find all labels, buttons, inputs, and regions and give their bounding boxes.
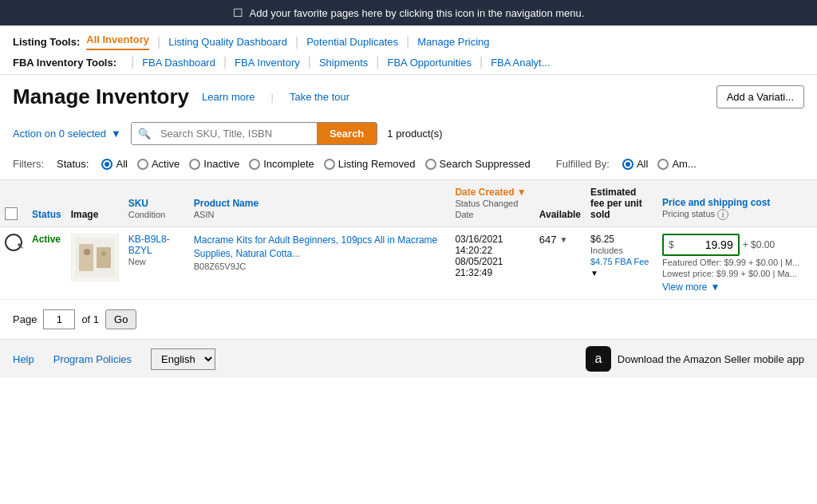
filter-incomplete[interactable]: Incomplete — [249, 158, 314, 170]
help-link[interactable]: Help — [13, 353, 34, 365]
search-input[interactable] — [157, 123, 317, 144]
lowest-price-text: Lowest price: $9.99 + $0.00 | Ma... — [662, 269, 812, 278]
view-more-chevron-icon: ▼ — [710, 282, 720, 293]
nav-divider-5: | — [223, 55, 227, 69]
td-status: Active — [27, 227, 66, 300]
page-header-left: Manage Inventory Learn more | Take the t… — [13, 85, 349, 109]
th-available: Available — [535, 180, 586, 227]
filter-active-label: Active — [152, 158, 180, 170]
th-price-sub: Pricing status i — [662, 209, 728, 219]
pricing-info-icon[interactable]: i — [717, 209, 728, 220]
page-number-input[interactable] — [43, 309, 75, 329]
th-date-sub: Status Changed Date — [455, 199, 518, 219]
nav-fba-opportunities[interactable]: FBA Opportunities — [387, 57, 472, 69]
nav-divider-2: | — [295, 35, 298, 49]
product-image — [71, 234, 119, 282]
nav-all-inventory[interactable]: All Inventory — [86, 33, 149, 50]
nav-manage-pricing[interactable]: Manage Pricing — [417, 36, 489, 48]
fulfilled-am[interactable]: Am... — [657, 158, 696, 170]
td-product-name: Macrame Kits for Adult Beginners, 109pcs… — [189, 227, 451, 300]
sort-arrow-icon[interactable]: ▼ — [517, 187, 527, 198]
footer-bar: Help Program Policies English a Download… — [0, 339, 817, 378]
td-available: 647 ▼ — [535, 227, 586, 300]
filters-bar: Filters: Status: All Active Inactive Inc… — [0, 152, 817, 176]
sku-link[interactable]: KB-B9L8-BZYL — [128, 234, 170, 256]
fee-includes: Includes — [590, 246, 623, 255]
th-price: Price and shipping cost Pricing status i — [657, 180, 817, 227]
filters-label: Filters: — [13, 158, 44, 170]
filter-inactive[interactable]: Inactive — [189, 158, 239, 170]
filter-inactive-label: Inactive — [203, 158, 239, 170]
go-button[interactable]: Go — [105, 309, 136, 329]
nav-listing-quality[interactable]: Listing Quality Dashboard — [168, 36, 287, 48]
search-icon: 🔍 — [132, 123, 157, 144]
filter-listing-removed[interactable]: Listing Removed — [324, 158, 416, 170]
product-name-link[interactable]: Macrame Kits for Adult Beginners, 109pcs… — [194, 234, 437, 259]
td-image — [66, 227, 124, 300]
filter-listing-removed-label: Listing Removed — [338, 158, 416, 170]
nav-fba-dashboard[interactable]: FBA Dashboard — [142, 57, 215, 69]
nav-potential-duplicates[interactable]: Potential Duplicates — [306, 36, 398, 48]
price-input-wrap: $ + $0.00 — [662, 234, 812, 256]
view-more-label: View more — [662, 282, 707, 293]
th-sku: SKU Condition — [124, 180, 189, 227]
page-label: Page — [13, 313, 37, 325]
date-created: 03/16/2021 14:20:22 — [455, 234, 529, 256]
th-fee-label: Estimated fee per unit sold — [590, 187, 642, 220]
amazon-app-icon: a — [586, 346, 611, 372]
inventory-table: Status Image SKU Condition Product Name … — [0, 179, 817, 300]
fulfilled-am-label: Am... — [672, 158, 696, 170]
filter-search-suppressed[interactable]: Search Suppressed — [425, 158, 531, 170]
filter-search-suppressed-label: Search Suppressed — [440, 158, 531, 170]
th-price-label: Price and shipping cost — [662, 197, 770, 208]
search-bar: Action on 0 selected ▼ 🔍 Search 1 produc… — [0, 116, 817, 152]
language-select[interactable]: English — [151, 348, 215, 370]
td-price: $ + $0.00 Featured Offer: $9.99 + $0.00 … — [657, 227, 817, 300]
svg-point-3 — [84, 249, 90, 255]
status-filter-label: Status: — [57, 158, 89, 170]
th-product-name-label: Product Name — [194, 198, 259, 209]
table-row: Active KB-B9L8-BZYL New Macra — [0, 227, 817, 300]
nav-fba-inventory[interactable]: FBA Inventory — [235, 57, 300, 69]
fee-dropdown-icon[interactable]: ▼ — [590, 269, 598, 278]
action-label: Action on 0 selected — [13, 128, 106, 140]
radio-listing-removed-icon — [324, 159, 335, 170]
row-checkbox[interactable] — [5, 234, 22, 251]
take-tour-link[interactable]: Take the tour — [290, 91, 349, 103]
program-policies-link[interactable]: Program Policies — [53, 353, 132, 365]
search-button[interactable]: Search — [317, 123, 377, 144]
nav-tabs: Listing Tools: All Inventory | Listing Q… — [0, 26, 817, 75]
header-divider: | — [271, 91, 274, 103]
fulfilled-all[interactable]: All — [622, 158, 648, 170]
price-input[interactable] — [677, 238, 733, 251]
listing-tools-row: Listing Tools: All Inventory | Listing Q… — [13, 33, 804, 50]
filter-incomplete-label: Incomplete — [263, 158, 314, 170]
radio-active-icon — [137, 159, 148, 170]
listing-tools-label: Listing Tools: — [13, 36, 80, 48]
fee-main: $6.25 — [590, 234, 614, 245]
available-wrap: 647 ▼ — [539, 234, 581, 246]
filter-active[interactable]: Active — [137, 158, 180, 170]
th-fee: Estimated fee per unit sold — [586, 180, 657, 227]
bookmark-icon: ☐ — [233, 6, 243, 19]
select-all-checkbox[interactable] — [5, 207, 18, 220]
nav-shipments[interactable]: Shipments — [319, 57, 368, 69]
action-dropdown[interactable]: Action on 0 selected ▼ — [13, 128, 121, 140]
svg-rect-2 — [97, 247, 111, 268]
filter-all[interactable]: All — [101, 158, 127, 170]
td-date: 03/16/2021 14:20:22 08/05/2021 21:32:49 — [450, 227, 534, 300]
add-variation-button[interactable]: Add a Variati... — [716, 85, 804, 108]
nav-fba-analytics[interactable]: FBA Analyt... — [491, 57, 550, 69]
th-available-label: Available — [539, 209, 581, 220]
learn-more-link[interactable]: Learn more — [202, 91, 255, 103]
th-checkbox — [0, 180, 27, 227]
fee-fba-link[interactable]: $4.75 FBA Fee — [590, 257, 649, 266]
available-dropdown-icon[interactable]: ▼ — [559, 235, 567, 244]
view-more-link[interactable]: View more ▼ — [662, 282, 812, 293]
nav-divider-1: | — [157, 35, 160, 49]
fulfilled-radio-group: All Am... — [622, 158, 697, 170]
product-asin: B08Z65V9JC — [194, 262, 246, 271]
radio-inactive-icon — [189, 159, 200, 170]
price-dollar-sign: $ — [669, 239, 674, 250]
fulfilled-all-label: All — [637, 158, 648, 170]
